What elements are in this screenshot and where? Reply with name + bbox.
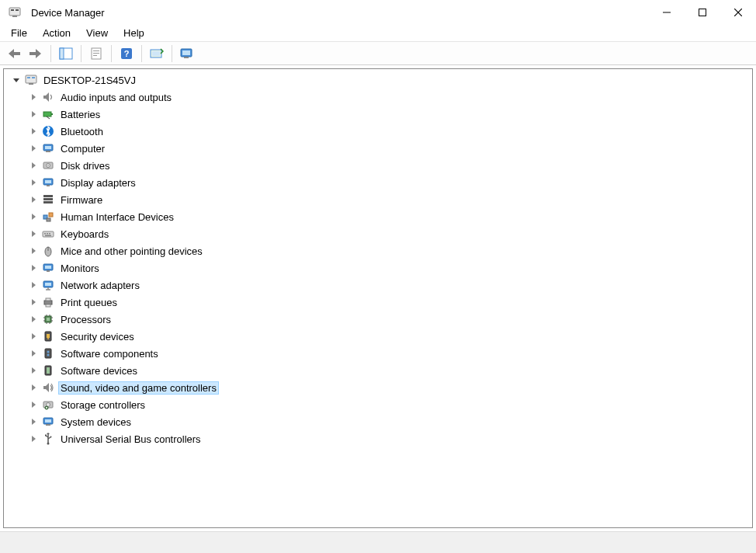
- tree-node-system[interactable]: System devices: [5, 413, 751, 430]
- expander-closed-icon[interactable]: [27, 381, 40, 394]
- printer-icon: [41, 295, 55, 309]
- titlebar: Device Manager: [0, 0, 756, 25]
- expander-closed-icon[interactable]: [27, 210, 40, 223]
- monitor-button[interactable]: [178, 44, 196, 63]
- audio-icon: [41, 90, 55, 104]
- software-comp-icon: [41, 346, 55, 360]
- svg-rect-12: [93, 53, 99, 54]
- menu-help[interactable]: Help: [116, 26, 152, 40]
- tree-node-label: Firmware: [58, 193, 105, 207]
- tree-node-software-dev[interactable]: Software devices: [5, 362, 751, 379]
- tree-node-label: Disk drives: [58, 159, 113, 172]
- processor-icon: [41, 312, 55, 326]
- toolbar: ?: [0, 42, 756, 65]
- svg-rect-0: [9, 8, 20, 16]
- expander-closed-icon[interactable]: [27, 433, 40, 445]
- tree-node-mouse[interactable]: Mice and other pointing devices: [5, 242, 751, 259]
- tree-node-security[interactable]: Security devices: [5, 328, 751, 345]
- svg-rect-19: [182, 50, 190, 55]
- help-button[interactable]: ?: [117, 44, 136, 63]
- tree-node-audio[interactable]: Audio inputs and outputs: [5, 89, 751, 106]
- tree-node-firmware[interactable]: Firmware: [5, 191, 751, 208]
- svg-rect-13: [93, 55, 97, 56]
- tree-root-node[interactable]: DESKTOP-21S45VJ: [5, 71, 751, 89]
- mouse-icon: [41, 244, 55, 258]
- toolbar-separator: [172, 45, 172, 62]
- expander-closed-icon[interactable]: [27, 245, 40, 257]
- expander-closed-icon[interactable]: [27, 228, 40, 240]
- close-button[interactable]: [720, 0, 756, 25]
- expander-closed-icon[interactable]: [27, 159, 40, 172]
- client-area: DESKTOP-21S45VJ Audio inputs and outputs…: [0, 65, 756, 531]
- expander-closed-icon[interactable]: [27, 193, 40, 206]
- svg-rect-20: [184, 57, 189, 58]
- tree-node-battery[interactable]: Batteries: [5, 106, 751, 123]
- back-button[interactable]: [5, 44, 23, 63]
- network-icon: [41, 278, 55, 292]
- status-bar: [0, 531, 756, 553]
- tree-node-keyboard[interactable]: Keyboards: [5, 225, 751, 242]
- keyboard-icon: [41, 227, 55, 241]
- expander-closed-icon[interactable]: [27, 262, 40, 274]
- system-icon: [41, 415, 55, 429]
- show-tree-button[interactable]: [57, 44, 75, 63]
- tree-node-label: Computer: [58, 142, 107, 155]
- expander-closed-icon[interactable]: [27, 279, 40, 291]
- expander-closed-icon[interactable]: [27, 91, 40, 103]
- tree-node-network[interactable]: Network adapters: [5, 276, 751, 294]
- tree-node-hid[interactable]: Human Interface Devices: [5, 208, 751, 225]
- minimize-button[interactable]: [649, 0, 685, 25]
- properties-button[interactable]: [87, 44, 106, 63]
- expander-closed-icon[interactable]: [27, 330, 40, 343]
- hid-icon: [41, 210, 55, 224]
- expander-closed-icon[interactable]: [27, 364, 40, 377]
- device-tree[interactable]: DESKTOP-21S45VJ Audio inputs and outputs…: [3, 68, 753, 528]
- expander-closed-icon[interactable]: [27, 125, 40, 137]
- computer-icon: [41, 141, 55, 155]
- tree-node-sound[interactable]: Sound, video and game controllers: [5, 379, 751, 396]
- tree-node-label: Software components: [58, 347, 161, 360]
- svg-rect-7: [29, 52, 36, 55]
- expander-closed-icon[interactable]: [27, 347, 40, 360]
- expander-closed-icon[interactable]: [27, 416, 40, 428]
- tree-node-processor[interactable]: Processors: [5, 311, 751, 328]
- expander-closed-icon[interactable]: [27, 313, 40, 325]
- svg-rect-9: [60, 48, 64, 59]
- tree-node-label: Human Interface Devices: [58, 210, 176, 224]
- menu-action[interactable]: Action: [35, 26, 78, 40]
- tree-node-bluetooth[interactable]: Bluetooth: [5, 123, 751, 140]
- bluetooth-icon: [41, 124, 55, 138]
- expander-closed-icon[interactable]: [27, 142, 40, 155]
- forward-button[interactable]: [26, 44, 45, 63]
- tree-node-software-comp[interactable]: Software components: [5, 345, 751, 362]
- maximize-button[interactable]: [685, 0, 720, 25]
- expander-closed-icon[interactable]: [27, 296, 40, 308]
- tree-node-monitor[interactable]: Monitors: [5, 259, 751, 276]
- tree-node-label: Print queues: [58, 296, 120, 309]
- tree-node-usb[interactable]: Universal Serial Bus controllers: [5, 430, 751, 447]
- expander-closed-icon[interactable]: [27, 398, 40, 411]
- tree-node-label: Batteries: [58, 108, 102, 121]
- svg-rect-1: [12, 16, 17, 17]
- svg-text:?: ?: [124, 49, 130, 58]
- toolbar-separator: [141, 45, 142, 62]
- tree-node-computer[interactable]: Computer: [5, 140, 751, 157]
- pc-icon: [24, 73, 38, 87]
- tree-node-disk[interactable]: Disk drives: [5, 157, 751, 174]
- tree-node-display[interactable]: Display adapters: [5, 174, 751, 191]
- menu-file[interactable]: File: [3, 26, 35, 40]
- menu-view[interactable]: View: [78, 26, 116, 40]
- toolbar-separator: [81, 45, 81, 62]
- battery-icon: [41, 107, 55, 121]
- expander-open-icon[interactable]: [10, 74, 23, 86]
- tree-node-printer[interactable]: Print queues: [5, 294, 751, 311]
- toolbar-separator: [50, 45, 51, 62]
- scan-button[interactable]: [147, 44, 166, 63]
- expander-closed-icon[interactable]: [27, 108, 40, 120]
- tree-node-label: Mice and other pointing devices: [58, 245, 205, 258]
- tree-node-storage[interactable]: Storage controllers: [5, 396, 751, 413]
- tree-node-label: Processors: [58, 313, 113, 326]
- expander-closed-icon[interactable]: [27, 176, 40, 189]
- svg-rect-5: [699, 9, 706, 16]
- tree-node-label: Audio inputs and outputs: [58, 91, 174, 104]
